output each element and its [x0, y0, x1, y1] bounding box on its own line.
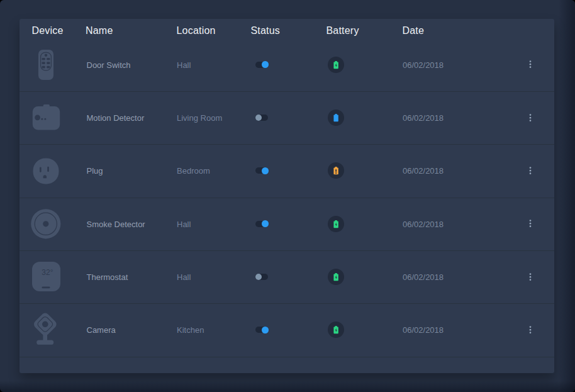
svg-text:32°: 32°	[42, 268, 53, 277]
